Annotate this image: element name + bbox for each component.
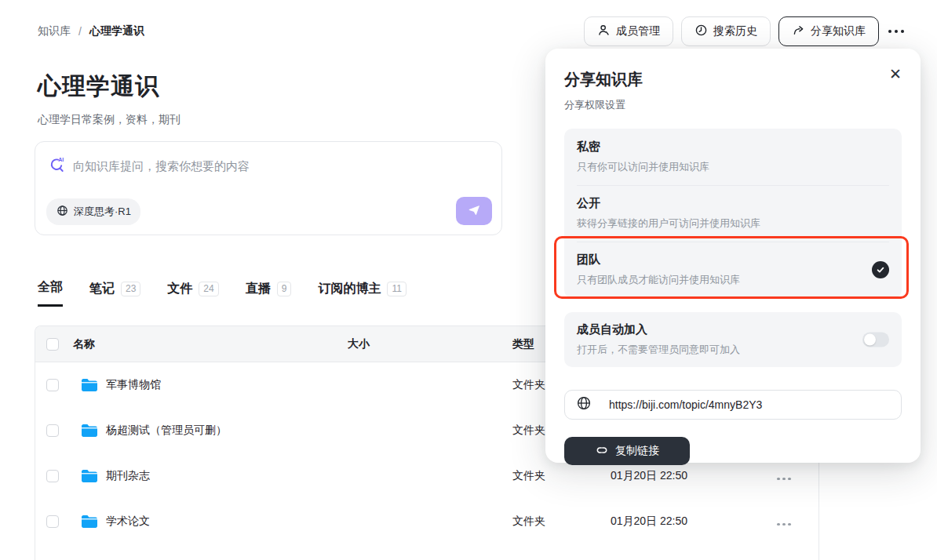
globe-icon xyxy=(576,395,592,414)
dialog-header: 分享知识库 分享权限设置 xyxy=(545,49,921,112)
row-checkbox[interactable] xyxy=(46,515,59,528)
knowledge-base-page: 知识库 / 心理学通识 成员管理 搜索历史 分享知识库 心理学通识 心理学日常 xyxy=(0,0,937,560)
table-row[interactable]: 学术论文 文件夹 01月20日 22:50 xyxy=(35,499,819,544)
breadcrumb-separator: / xyxy=(78,25,82,38)
permission-option-desc: 只有团队成员才能访问并使用知识库 xyxy=(577,273,889,287)
close-icon[interactable] xyxy=(886,64,905,83)
permission-option-desc: 只有你可以访问并使用知识库 xyxy=(577,160,889,174)
permission-option[interactable]: 私密 只有你可以访问并使用知识库 xyxy=(564,129,902,185)
row-checkbox[interactable] xyxy=(46,470,59,482)
page-title: 心理学通识 xyxy=(38,71,180,103)
folder-icon xyxy=(81,469,98,483)
date-cell: 01月20日 22:50 xyxy=(603,515,764,529)
deep-think-model-chip[interactable]: 深度思考·R1 xyxy=(46,198,140,225)
person-icon xyxy=(597,24,611,39)
dialog-title: 分享知识库 xyxy=(564,69,902,90)
share-dialog: 分享知识库 分享权限设置 私密 只有你可以访问并使用知识库 公开 获得分享链接的… xyxy=(545,49,921,463)
file-name: 杨超测试（管理员可删） xyxy=(106,424,227,438)
tab-label: 笔记 xyxy=(89,281,115,297)
auto-join-title: 成员自动加入 xyxy=(577,322,889,337)
share-knowledge-base-button[interactable]: 分享知识库 xyxy=(778,16,879,46)
auto-join-desc: 打开后，不需要管理员同意即可加入 xyxy=(577,343,889,357)
type-cell: 文件夹 xyxy=(505,469,603,483)
permission-option-title: 私密 xyxy=(577,140,889,155)
name-cell[interactable]: 杨超测试（管理员可删） xyxy=(71,424,340,438)
permission-option-title: 公开 xyxy=(577,196,889,211)
clock-icon xyxy=(695,24,708,39)
member-management-button[interactable]: 成员管理 xyxy=(584,16,673,46)
check-circle-icon xyxy=(872,261,889,278)
tab-label: 订阅的博主 xyxy=(318,281,381,297)
search-toolbar: 深度思考·R1 xyxy=(46,197,492,225)
share-url-value: https://biji.com/topic/4mnyB2Y3 xyxy=(609,398,762,411)
ai-search-card[interactable]: AI 向知识库提问，搜索你想要的内容 深度思考·R1 xyxy=(35,141,502,235)
row-checkbox[interactable] xyxy=(46,379,59,391)
permission-option-desc: 获得分享链接的用户可访问并使用知识库 xyxy=(577,216,889,231)
row-checkbox[interactable] xyxy=(46,424,59,437)
folder-icon xyxy=(81,378,98,392)
page-subtitle: 心理学日常案例，资料，期刊 xyxy=(38,113,180,127)
search-history-button[interactable]: 搜索历史 xyxy=(681,16,771,46)
tab-count-badge: 23 xyxy=(121,282,140,296)
member-management-label: 成员管理 xyxy=(616,24,660,38)
tab[interactable]: 订阅的博主 11 xyxy=(318,279,406,307)
dialog-subtitle: 分享权限设置 xyxy=(564,98,902,112)
folder-icon xyxy=(81,424,98,438)
tab-label: 全部 xyxy=(38,279,63,296)
row-actions-button[interactable] xyxy=(764,470,819,482)
toggle-knob xyxy=(864,334,876,346)
share-knowledge-base-label: 分享知识库 xyxy=(811,24,866,38)
copy-link-label: 复制链接 xyxy=(615,444,659,458)
breadcrumb-current: 心理学通识 xyxy=(89,24,144,38)
file-name: 期刊杂志 xyxy=(106,469,150,483)
tab[interactable]: 笔记 23 xyxy=(89,279,140,307)
top-bar: 知识库 / 心理学通识 成员管理 搜索历史 分享知识库 xyxy=(38,16,906,47)
name-cell[interactable]: 军事博物馆 xyxy=(71,378,340,392)
name-cell[interactable]: 期刊杂志 xyxy=(71,469,340,483)
tab-count-badge: 24 xyxy=(199,282,218,296)
auto-join-setting: 成员自动加入 打开后，不需要管理员同意即可加入 xyxy=(564,312,902,367)
share-arrow-icon xyxy=(792,24,805,39)
link-icon xyxy=(595,443,609,460)
search-placeholder[interactable]: 向知识库提问，搜索你想要的内容 xyxy=(73,159,250,174)
more-options-button[interactable] xyxy=(887,16,906,46)
tab-label: 直播 xyxy=(246,281,271,297)
select-all-checkbox[interactable] xyxy=(46,338,59,351)
content-tabs: 全部 笔记 23 文件 24 直播 9 订阅的博主 11 xyxy=(38,279,407,307)
share-url-field[interactable]: https://biji.com/topic/4mnyB2Y3 xyxy=(564,390,902,420)
file-name: 学术论文 xyxy=(106,515,150,529)
auto-join-toggle[interactable] xyxy=(862,333,889,347)
column-header-size[interactable]: 大小 xyxy=(340,337,505,351)
search-history-label: 搜索历史 xyxy=(713,24,757,38)
file-name: 军事博物馆 xyxy=(106,378,161,392)
tab-count-badge: 11 xyxy=(387,282,406,296)
ellipsis-icon xyxy=(782,523,786,526)
tab-count-badge: 9 xyxy=(277,282,292,296)
paper-plane-icon xyxy=(467,203,481,220)
search-input-row: AI 向知识库提问，搜索你想要的内容 xyxy=(35,142,501,176)
date-cell: 01月20日 22:50 xyxy=(603,469,764,483)
type-cell: 文件夹 xyxy=(505,515,603,529)
ellipsis-icon xyxy=(895,30,898,33)
permission-option-title: 团队 xyxy=(577,253,889,267)
folder-icon xyxy=(81,515,98,529)
name-cell[interactable]: 学术论文 xyxy=(71,515,340,529)
row-actions-button[interactable] xyxy=(764,515,819,528)
copy-link-button[interactable]: 复制链接 xyxy=(564,437,690,465)
permission-option[interactable]: 团队 只有团队成员才能访问并使用知识库 xyxy=(564,242,902,298)
deep-think-model-label: 深度思考·R1 xyxy=(74,205,131,219)
breadcrumb-root-link[interactable]: 知识库 xyxy=(38,24,71,38)
permission-option[interactable]: 公开 获得分享链接的用户可访问并使用知识库 xyxy=(564,185,902,242)
orbit-icon xyxy=(56,204,69,220)
tab[interactable]: 直播 9 xyxy=(246,279,292,307)
tab[interactable]: 文件 24 xyxy=(167,279,218,307)
column-header-name[interactable]: 名称 xyxy=(71,337,340,351)
page-heading: 心理学通识 心理学日常案例，资料，期刊 xyxy=(38,71,180,127)
ellipsis-icon xyxy=(782,478,786,481)
permission-options: 私密 只有你可以访问并使用知识库 公开 获得分享链接的用户可访问并使用知识库 团 xyxy=(564,129,902,298)
tab[interactable]: 全部 xyxy=(38,279,63,307)
header-actions: 成员管理 搜索历史 分享知识库 xyxy=(576,16,906,46)
tab-label: 文件 xyxy=(167,281,192,297)
ai-magnifier-icon: AI xyxy=(48,156,65,176)
send-button[interactable] xyxy=(456,197,492,225)
